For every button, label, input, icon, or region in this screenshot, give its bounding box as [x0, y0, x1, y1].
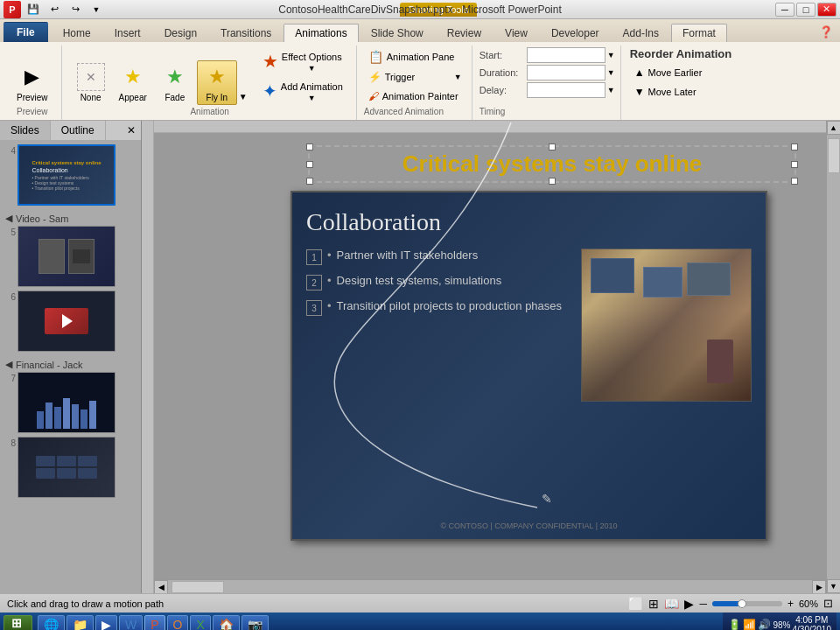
status-bar-right: ⬜ ⊞ 📖 ▶ ─ + 60% ⊡ [628, 597, 833, 611]
slide-thumb-6[interactable] [18, 290, 116, 352]
taskbar-app1[interactable]: 🏠 [213, 615, 240, 630]
sidebar-tab-outline[interactable]: Outline [51, 121, 106, 140]
section-icon-video: ◀ [5, 213, 12, 224]
taskbar-explorer[interactable]: 📁 [66, 615, 94, 630]
close-button[interactable]: ✕ [817, 3, 836, 17]
anim-fade[interactable]: ★ Fade [155, 60, 195, 105]
animation-more[interactable]: ▼ [239, 52, 251, 105]
bullet-3: 3 • Transition pilot projects to product… [306, 299, 570, 316]
delay-input[interactable] [527, 82, 606, 98]
slide-thumb-4[interactable]: Critical systems stay online Collaborati… [18, 144, 116, 206]
taskbar-excel[interactable]: X [190, 615, 210, 630]
tab-insert[interactable]: Insert [103, 24, 152, 42]
slide-thumb-7[interactable] [18, 372, 116, 433]
scroll-right[interactable]: ▲ ▼ [826, 121, 840, 593]
handle-bm[interactable] [549, 178, 556, 185]
handle-tr[interactable] [791, 144, 798, 150]
taskbar-word[interactable]: W [119, 615, 143, 630]
system-tray: 🔋 📶 🔊 98% 4:06 PM 4/30/2010 [723, 612, 836, 630]
minimize-button[interactable]: ─ [775, 3, 794, 17]
handle-tl[interactable] [306, 144, 313, 150]
help-icon[interactable]: ❓ [812, 22, 840, 42]
qat-undo[interactable]: ↩ [46, 2, 63, 18]
taskbar-ie[interactable]: 🌐 [38, 615, 65, 630]
qat-redo[interactable]: ↪ [66, 2, 84, 18]
add-animation-button[interactable]: ✦ Add Animation ▼ [256, 77, 349, 105]
delay-dropdown-icon[interactable]: ▼ [607, 86, 615, 94]
qat-more[interactable]: ▼ [88, 2, 105, 18]
anim-appear[interactable]: ★ Appear [113, 60, 153, 105]
zoom-out-button[interactable]: ─ [699, 598, 707, 610]
start-input[interactable] [527, 47, 606, 63]
taskbar-outlook[interactable]: O [167, 615, 189, 630]
scroll-bottom[interactable]: ◀ ▶ [154, 579, 826, 593]
slide-thumb-8[interactable] [18, 437, 116, 498]
tab-view[interactable]: View [494, 24, 539, 42]
slide-num-8: 8 [4, 438, 16, 448]
view-reading-icon[interactable]: 📖 [664, 597, 679, 611]
slide-item-8[interactable]: 8 [4, 437, 137, 498]
slide-thumb-5[interactable] [18, 226, 116, 287]
anim-none[interactable]: ✕ None [71, 60, 111, 105]
view-slide-sorter-icon[interactable]: ⊞ [648, 597, 659, 611]
move-earlier-button[interactable]: ▲ Move Earlier [630, 64, 738, 81]
slide-item-7[interactable]: 7 [4, 372, 137, 433]
handle-ml[interactable] [306, 161, 313, 168]
scroll-up-button[interactable]: ▲ [827, 121, 841, 135]
animation-pane-button[interactable]: 📋 Animation Pane [364, 47, 466, 66]
zoom-slider[interactable] [712, 601, 782, 606]
handle-mr[interactable] [791, 161, 798, 168]
start-dropdown-icon[interactable]: ▼ [607, 51, 615, 60]
scroll-down-button[interactable]: ▼ [827, 579, 841, 593]
view-slideshow-icon[interactable]: ▶ [684, 597, 694, 611]
taskbar-media[interactable]: ▶ [95, 615, 117, 630]
scroll-h-thumb[interactable] [172, 581, 224, 593]
slide-item-4[interactable]: 4 Critical systems stay online Collabora… [4, 144, 137, 206]
tab-transitions[interactable]: Transitions [209, 24, 283, 42]
effect-options-button[interactable]: ★ Effect Options ▼ [256, 47, 349, 75]
taskbar-powerpoint[interactable]: P [144, 615, 164, 630]
handle-br[interactable] [791, 178, 798, 185]
slide-title-text: Critical systems stay online [317, 150, 788, 178]
taskbar-app2[interactable]: 📷 [242, 615, 269, 630]
battery-percent: 98% [773, 620, 790, 630]
fit-window-button[interactable]: ⊡ [823, 597, 833, 610]
tab-add-ins[interactable]: Add-Ins [612, 24, 670, 42]
slide-num-6: 6 [4, 292, 16, 302]
zoom-in-button[interactable]: + [788, 598, 794, 610]
qat-save[interactable]: 💾 [24, 2, 42, 18]
slide-canvas[interactable]: ✎ Collaboration 1 • Partner with IT stak… [290, 191, 767, 541]
trigger-button[interactable]: ⚡ Trigger ▼ [364, 68, 466, 86]
start-button[interactable]: ⊞ [4, 615, 32, 630]
handle-tm[interactable] [549, 144, 556, 150]
preview-button[interactable]: ▶ Preview [10, 60, 54, 105]
tab-animations[interactable]: Animations [284, 24, 358, 42]
move-later-button[interactable]: ▼ Move Later [630, 83, 738, 101]
view-normal-icon[interactable]: ⬜ [628, 597, 643, 611]
tab-review[interactable]: Review [436, 24, 493, 42]
anim-fly-in[interactable]: ★ Fly In [197, 60, 237, 105]
duration-dropdown-icon[interactable]: ▼ [607, 68, 615, 77]
tab-file[interactable]: File [4, 22, 48, 42]
maximize-button[interactable]: □ [796, 3, 816, 17]
tab-home[interactable]: Home [52, 24, 102, 42]
painter-icon: 🖌 [368, 90, 379, 102]
handle-bl[interactable] [306, 178, 313, 185]
scroll-right-button[interactable]: ▶ [812, 580, 826, 594]
animation-painter-button[interactable]: 🖌 Animation Painter [364, 88, 466, 105]
slide-title-textbox[interactable]: Critical systems stay online [308, 145, 796, 183]
tab-design[interactable]: Design [153, 24, 208, 42]
scroll-left-button[interactable]: ◀ [154, 580, 168, 594]
tab-slide-show[interactable]: Slide Show [360, 24, 435, 42]
duration-input[interactable] [527, 65, 606, 80]
slide-item-5[interactable]: 5 [4, 226, 137, 287]
scroll-thumb[interactable] [828, 138, 840, 173]
sidebar-close-button[interactable]: ✕ [122, 121, 141, 140]
tab-format[interactable]: Format [671, 24, 727, 42]
slide-item-6[interactable]: 6 [4, 290, 137, 352]
tab-developer[interactable]: Developer [540, 24, 611, 42]
section-icon-financial: ◀ [5, 359, 12, 370]
slide-footer: © CONTOSO | COMPANY CONFIDENTIAL | 2010 [306, 516, 752, 530]
sidebar-tab-slides[interactable]: Slides [0, 121, 51, 140]
fade-icon: ★ [161, 63, 189, 91]
